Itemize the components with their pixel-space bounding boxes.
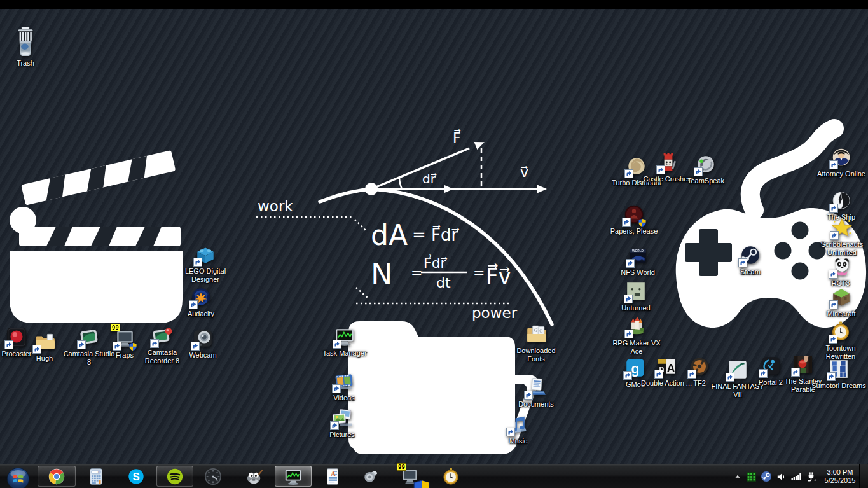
unturned-icon xyxy=(625,281,647,302)
taskbar: 0SA99 3:00 PM 5/25/2015 xyxy=(0,464,868,488)
trash-icon xyxy=(13,27,38,57)
taskbar-button-calculator[interactable]: 0 xyxy=(82,466,110,487)
shortcut-arrow-icon xyxy=(524,391,533,400)
desktop-icon-label: Papers, Please xyxy=(606,227,662,235)
attorney-icon xyxy=(830,146,852,168)
castle-icon xyxy=(658,151,679,173)
desktop-icon-lego-digital-designer[interactable]: LEGO Digital Designer xyxy=(177,244,233,284)
desktop-icon-steam[interactable]: Steam xyxy=(722,244,778,276)
gimp-icon xyxy=(245,467,264,486)
network-icon[interactable] xyxy=(790,471,802,482)
taskbar-button-chrome[interactable] xyxy=(38,466,76,487)
desktop-icon-unturned[interactable]: Unturned xyxy=(608,281,664,312)
desktop-icon-label: Documents xyxy=(508,400,564,408)
camtasiarec-icon xyxy=(151,325,173,347)
clock-time: 3:00 PM xyxy=(822,468,858,477)
taskbar-clock[interactable]: 3:00 PM 5/25/2015 xyxy=(822,468,858,485)
shortcut-arrow-icon xyxy=(506,428,515,436)
papers-icon xyxy=(623,204,645,225)
wordpad-icon: A xyxy=(323,467,342,486)
desktop-icon-rpg-maker-vx-ace[interactable]: RPG Maker VX Ace xyxy=(609,316,665,356)
desktop-icon-label: Videos xyxy=(316,394,372,402)
desktop-icon-label: Steam xyxy=(722,268,778,276)
power-plug-icon[interactable] xyxy=(806,471,816,482)
shortcut-arrow-icon xyxy=(738,258,747,267)
fraps-icon: 99 xyxy=(400,467,419,486)
shortcut-arrow-icon xyxy=(193,258,202,267)
desktop-icon-webcam[interactable]: Webcam xyxy=(175,328,231,359)
taskbar-button-fraps[interactable]: 99 xyxy=(396,466,424,487)
desktop-icon-toontown-rewritten[interactable]: Toontown Rewritten xyxy=(813,321,868,361)
taskbar-button-spotify[interactable] xyxy=(156,466,193,487)
taskbar-button-task-manager[interactable] xyxy=(275,466,312,487)
desktop-icon-papers-please[interactable]: Papers, Please xyxy=(606,204,662,235)
taskbar-button-skype[interactable]: S xyxy=(122,466,150,487)
desktop-icon-music[interactable]: Music xyxy=(490,414,546,445)
desktop-icon-videos[interactable]: Videos xyxy=(316,370,372,402)
taskmgr-icon xyxy=(334,326,355,347)
webcam-icon xyxy=(192,328,214,349)
system-tray: 3:00 PM 5/25/2015 xyxy=(733,464,858,488)
desktop-icon-audacity[interactable]: Audacity xyxy=(173,286,229,318)
spotify-icon xyxy=(165,467,184,486)
desktop-icon-rct3[interactable]: RCT3 xyxy=(813,256,868,288)
shortcut-arrow-icon xyxy=(77,340,86,349)
rct3-icon xyxy=(830,256,851,277)
shortcut-arrow-icon xyxy=(829,160,838,169)
documents-icon xyxy=(525,377,547,398)
shortcut-arrow-icon xyxy=(150,339,159,348)
desktop-icon-label: Music xyxy=(490,437,546,445)
green-grid-icon[interactable] xyxy=(746,471,757,482)
taskbar-button-wordpad[interactable]: A xyxy=(319,466,347,487)
taskbar-button-start[interactable] xyxy=(1,466,31,487)
toontown-stopwatch-icon xyxy=(441,467,460,486)
svg-text:S: S xyxy=(132,471,139,483)
volume-icon[interactable] xyxy=(776,471,787,482)
hidden-icons-caret-icon[interactable] xyxy=(733,472,742,481)
skype-icon: S xyxy=(127,467,146,486)
desktop-icon-task-manager[interactable]: Task Manager xyxy=(317,326,373,358)
folder-icon xyxy=(34,331,55,352)
shortcut-arrow-icon xyxy=(829,270,837,279)
fps-badge: 99 xyxy=(397,463,406,471)
svg-text:WORLD: WORLD xyxy=(632,249,644,253)
shortcut-arrow-icon xyxy=(759,369,768,378)
desktop-icon-label: Task Manager xyxy=(317,349,373,358)
desktop-icon-label: RPG Maker VX Ace xyxy=(609,339,665,356)
desktop-icon-scribblenauts-unlimited[interactable]: Scribblenauts Unlimited xyxy=(814,217,868,257)
desktop-icon-teamspeak[interactable]: TeamSpeak xyxy=(678,153,734,185)
fps-badge: 99 xyxy=(111,324,120,331)
toontown-icon xyxy=(830,321,851,342)
steam-tray-icon[interactable] xyxy=(761,471,772,482)
shortcut-arrow-icon xyxy=(624,330,633,338)
shortcut-arrow-icon xyxy=(624,169,633,178)
desktop-icon-label: LEGO Digital Designer xyxy=(177,267,233,284)
desktop-icon-label: Toontown Rewritten xyxy=(813,344,868,361)
desktop-icon-label: Attorney Online xyxy=(813,170,868,178)
pictures-icon xyxy=(331,407,353,429)
taskbar-button-clock-gauge[interactable] xyxy=(199,466,227,487)
scribble-icon xyxy=(831,217,853,239)
svg-text:G: G xyxy=(539,328,543,334)
start-icon xyxy=(6,467,25,486)
music-icon xyxy=(507,414,529,435)
desktop-icon-label: Unturned xyxy=(608,304,664,312)
desktop-icon-documents[interactable]: Documents xyxy=(508,377,564,408)
desktop-icon-nfs-world[interactable]: WORLDNFS World xyxy=(610,245,666,277)
shortcut-arrow-icon xyxy=(623,371,632,380)
lego-icon xyxy=(195,244,216,265)
taskbar-button-speaker[interactable] xyxy=(357,466,385,487)
desktop-icon-downloaded-fonts[interactable]: GGDownloaded Fonts xyxy=(508,323,564,363)
show-desktop-button[interactable] xyxy=(859,464,868,488)
theship-icon xyxy=(830,190,852,211)
taskbar-button-gimp[interactable] xyxy=(240,466,268,487)
desktop-icon-pictures[interactable]: Pictures xyxy=(314,407,370,439)
desktop-icon-attorney-online[interactable]: Attorney Online xyxy=(813,146,868,178)
desktop-icon-trash[interactable]: Trash xyxy=(0,27,53,67)
desktop-icon-minecraft[interactable]: Minecraft xyxy=(813,286,868,318)
shortcut-arrow-icon xyxy=(791,368,800,377)
desktop-icon-sumotori-dreams[interactable]: Sumotori Dreams xyxy=(811,358,867,390)
taskbar-button-toontown-stopwatch[interactable] xyxy=(437,466,465,487)
chrome-icon xyxy=(47,467,66,486)
shortcut-arrow-icon xyxy=(113,342,121,351)
